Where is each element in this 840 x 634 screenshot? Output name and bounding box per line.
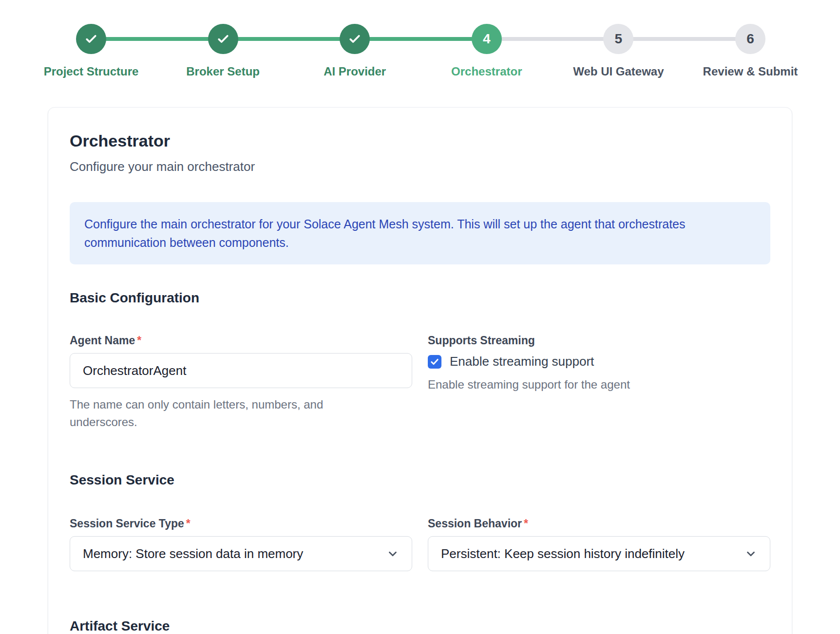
check-icon bbox=[84, 32, 98, 46]
step-4-circle: 4 bbox=[472, 24, 502, 54]
step-web-ui-gateway[interactable]: 5 Web UI Gateway bbox=[603, 24, 633, 54]
selected-option: Memory: Store session data in memory bbox=[83, 546, 303, 561]
step-connector bbox=[105, 37, 209, 41]
session-service-type-field: Session Service Type* Memory: Store sess… bbox=[70, 517, 412, 571]
page-subtitle: Configure your main orchestrator bbox=[70, 158, 770, 175]
step-label: AI Provider bbox=[324, 65, 386, 78]
wizard-stepper: Project Structure Broker Setup AI Provid… bbox=[76, 24, 765, 54]
step-connector bbox=[237, 37, 341, 41]
step-3-circle bbox=[340, 24, 370, 54]
step-label: Review & Submit bbox=[703, 65, 798, 78]
orchestrator-step-card: Orchestrator Configure your main orchest… bbox=[48, 107, 792, 634]
check-icon bbox=[347, 32, 362, 46]
section-basic-configuration: Basic Configuration bbox=[70, 290, 770, 306]
required-asterisk: * bbox=[137, 334, 141, 347]
streaming-checkbox[interactable] bbox=[428, 355, 441, 369]
required-asterisk: * bbox=[524, 517, 528, 530]
supports-streaming-label: Supports Streaming bbox=[428, 334, 770, 347]
page-title: Orchestrator bbox=[70, 131, 770, 150]
label-text: Agent Name bbox=[70, 334, 135, 347]
label-text: Session Behavior bbox=[428, 517, 522, 530]
step-broker-setup[interactable]: Broker Setup bbox=[208, 24, 238, 54]
check-icon bbox=[430, 357, 439, 367]
streaming-checkbox-label: Enable streaming support bbox=[450, 354, 594, 369]
basic-configuration-grid: Agent Name* The name can only contain le… bbox=[70, 334, 770, 431]
step-number: 5 bbox=[615, 31, 623, 47]
step-connector bbox=[369, 37, 473, 41]
step-project-structure[interactable]: Project Structure bbox=[76, 24, 106, 54]
session-service-type-select[interactable]: Memory: Store session data in memory bbox=[70, 536, 412, 571]
step-6-circle: 6 bbox=[735, 24, 765, 54]
section-session-service: Session Service bbox=[70, 472, 770, 488]
step-label: Broker Setup bbox=[186, 65, 260, 78]
selected-option: Persistent: Keep session history indefin… bbox=[441, 546, 685, 561]
info-banner: Configure the main orchestrator for your… bbox=[70, 202, 770, 264]
agent-name-label: Agent Name* bbox=[70, 334, 412, 347]
step-1-circle bbox=[76, 24, 106, 54]
step-label: Web UI Gateway bbox=[573, 65, 664, 78]
step-2-circle bbox=[208, 24, 238, 54]
agent-name-help: The name can only contain letters, numbe… bbox=[70, 396, 372, 431]
step-orchestrator[interactable]: 4 Orchestrator bbox=[472, 24, 502, 54]
step-label: Project Structure bbox=[44, 65, 139, 78]
step-5-circle: 5 bbox=[603, 24, 633, 54]
label-text: Session Service Type bbox=[70, 517, 184, 530]
step-ai-provider[interactable]: AI Provider bbox=[340, 24, 370, 54]
step-number: 4 bbox=[483, 31, 491, 47]
check-icon bbox=[216, 32, 230, 46]
agent-name-input[interactable] bbox=[70, 353, 412, 388]
required-asterisk: * bbox=[186, 517, 191, 530]
supports-streaming-field: Supports Streaming Enable streaming supp… bbox=[428, 334, 770, 431]
chevron-down-icon bbox=[745, 547, 757, 560]
session-behavior-select[interactable]: Persistent: Keep session history indefin… bbox=[428, 536, 770, 571]
chevron-down-icon bbox=[386, 547, 399, 560]
step-label: Orchestrator bbox=[451, 65, 522, 78]
session-service-grid: Session Service Type* Memory: Store sess… bbox=[70, 517, 770, 571]
session-behavior-field: Session Behavior* Persistent: Keep sessi… bbox=[428, 517, 770, 571]
session-service-type-label: Session Service Type* bbox=[70, 517, 412, 530]
streaming-help: Enable streaming support for the agent bbox=[428, 376, 730, 393]
step-number: 6 bbox=[746, 31, 754, 47]
streaming-checkbox-row[interactable]: Enable streaming support bbox=[428, 354, 770, 369]
step-review-submit[interactable]: 6 Review & Submit bbox=[735, 24, 765, 54]
session-behavior-label: Session Behavior* bbox=[428, 517, 770, 530]
step-connector bbox=[632, 37, 736, 41]
agent-name-field: Agent Name* The name can only contain le… bbox=[70, 334, 412, 431]
section-artifact-service: Artifact Service bbox=[70, 618, 770, 634]
step-connector bbox=[501, 37, 605, 41]
